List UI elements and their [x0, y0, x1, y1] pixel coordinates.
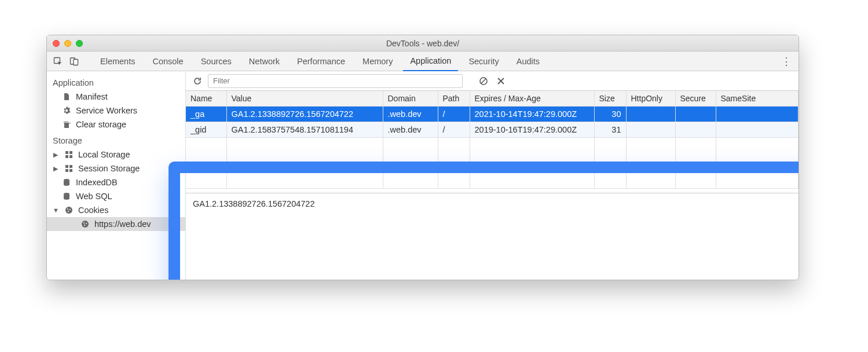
col-path[interactable]: Path [438, 91, 470, 107]
devtools-window: DevTools - web.dev/ Elements Console Sou… [46, 35, 799, 280]
titlebar: DevTools - web.dev/ [47, 35, 799, 52]
svg-point-16 [68, 211, 69, 212]
clear-all-icon[interactable] [477, 74, 490, 88]
col-size[interactable]: Size [594, 91, 626, 107]
cell-value: GA1.2.1338892726.1567204722 [226, 107, 383, 122]
grid-icon [64, 164, 74, 173]
cell-samesite [716, 107, 799, 122]
minimize-window-button[interactable] [64, 40, 71, 47]
cell-secure [675, 122, 716, 138]
devtools-tabs: Elements Console Sources Network Perform… [93, 52, 775, 71]
cell-secure [675, 107, 716, 122]
cookies-panel: Name Value Domain Path Expires / Max-Age… [186, 71, 799, 280]
cell-name: _ga [186, 107, 226, 122]
svg-rect-5 [65, 155, 68, 158]
sidebar-item-session-storage[interactable]: ▶ Session Storage [47, 162, 185, 175]
database-icon [62, 192, 71, 201]
application-sidebar: Application Manifest Service Workers Cle… [47, 71, 186, 280]
sidebar-item-clear-storage[interactable]: Clear storage [47, 118, 185, 131]
tab-sources[interactable]: Sources [194, 52, 239, 71]
cell-httponly [626, 122, 675, 138]
cookies-toolbar [186, 71, 799, 91]
cookie-icon [64, 206, 74, 215]
tab-memory[interactable]: Memory [356, 52, 400, 71]
cell-name: _gid [186, 122, 226, 138]
gear-icon [62, 106, 71, 115]
col-samesite[interactable]: SameSite [716, 91, 799, 107]
table-row[interactable]: _gid GA1.2.1583757548.1571081194 .web.de… [186, 122, 799, 138]
svg-rect-6 [69, 155, 72, 158]
col-secure[interactable]: Secure [675, 91, 716, 107]
svg-point-15 [69, 209, 71, 210]
sidebar-item-service-workers[interactable]: Service Workers [47, 104, 185, 118]
tab-security[interactable]: Security [462, 52, 506, 71]
inspect-element-icon[interactable] [52, 55, 64, 68]
sidebar-item-label: Web SQL [76, 192, 112, 201]
filter-input[interactable] [208, 74, 463, 88]
sidebar-item-cookie-origin[interactable]: https://web.dev [47, 217, 185, 231]
table-header-row: Name Value Domain Path Expires / Max-Age… [186, 91, 799, 107]
devtools-tabbar: Elements Console Sources Network Perform… [47, 52, 799, 71]
cookies-table-wrap: Name Value Domain Path Expires / Max-Age… [186, 91, 799, 193]
svg-line-22 [481, 79, 486, 83]
refresh-icon[interactable] [191, 74, 204, 88]
sidebar-item-label: Manifest [76, 92, 108, 101]
cell-httponly [626, 107, 675, 122]
tab-performance[interactable]: Performance [290, 52, 352, 71]
sidebar-item-websql[interactable]: Web SQL [47, 189, 185, 203]
sidebar-item-label: Local Storage [78, 150, 130, 159]
svg-rect-7 [65, 165, 68, 168]
tab-elements[interactable]: Elements [93, 52, 142, 71]
cell-value: GA1.2.1583757548.1571081194 [226, 122, 383, 138]
sidebar-item-label: Session Storage [78, 164, 140, 173]
svg-rect-2 [74, 59, 78, 65]
table-row-empty [186, 138, 799, 189]
cell-domain: .web.dev [383, 122, 438, 138]
table-row[interactable]: _ga GA1.2.1338892726.1567204722 .web.dev… [186, 107, 799, 122]
chevron-right-icon: ▶ [53, 151, 58, 159]
sidebar-item-manifest[interactable]: Manifest [47, 90, 185, 104]
panel-body: Application Manifest Service Workers Cle… [47, 71, 799, 280]
device-toolbar-icon[interactable] [68, 55, 80, 68]
svg-rect-8 [69, 165, 72, 168]
col-domain[interactable]: Domain [383, 91, 438, 107]
cell-path: / [438, 107, 470, 122]
cell-domain: .web.dev [383, 107, 438, 122]
tab-console[interactable]: Console [145, 52, 190, 71]
close-window-button[interactable] [53, 40, 60, 47]
cookie-detail-value: GA1.2.1338892726.1567204722 [193, 199, 314, 208]
svg-rect-4 [69, 151, 72, 154]
delete-selected-icon[interactable] [494, 74, 508, 88]
svg-point-18 [83, 222, 85, 223]
svg-point-12 [64, 193, 69, 195]
tab-audits[interactable]: Audits [510, 52, 547, 71]
traffic-lights [53, 40, 83, 47]
svg-point-20 [84, 225, 85, 226]
chevron-down-icon: ▼ [53, 207, 58, 214]
chevron-right-icon: ▶ [53, 165, 58, 173]
trash-icon [62, 120, 71, 129]
sidebar-item-label: Clear storage [76, 120, 126, 129]
cell-size: 30 [594, 107, 626, 122]
cookie-detail-pane: GA1.2.1338892726.1567204722 [186, 193, 799, 280]
more-menu-icon[interactable]: ⋮ [779, 55, 794, 68]
sidebar-item-label: https://web.dev [94, 219, 151, 229]
cell-size: 31 [594, 122, 626, 138]
sidebar-item-cookies[interactable]: ▼ Cookies [47, 203, 185, 217]
sidebar-item-indexeddb[interactable]: IndexedDB [47, 175, 185, 189]
sidebar-item-local-storage[interactable]: ▶ Local Storage [47, 148, 185, 162]
sidebar-item-label: Cookies [78, 206, 108, 215]
svg-point-14 [67, 208, 68, 210]
col-httponly[interactable]: HttpOnly [626, 91, 675, 107]
sidebar-section-application: Application [47, 74, 185, 90]
col-expires[interactable]: Expires / Max-Age [470, 91, 594, 107]
tab-application[interactable]: Application [403, 52, 458, 71]
svg-point-13 [65, 207, 72, 214]
tab-network[interactable]: Network [242, 52, 287, 71]
sidebar-item-label: Service Workers [76, 106, 137, 115]
col-name[interactable]: Name [186, 91, 226, 107]
window-title: DevTools - web.dev/ [47, 39, 799, 48]
svg-rect-3 [65, 151, 68, 154]
zoom-window-button[interactable] [76, 40, 83, 47]
col-value[interactable]: Value [226, 91, 383, 107]
